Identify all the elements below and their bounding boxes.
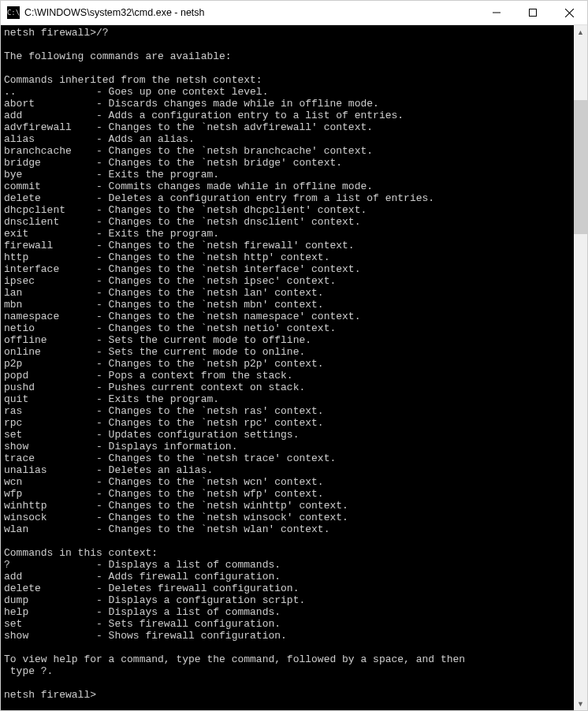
cmd-icon: C:\ [7,6,20,19]
scroll-down-arrow[interactable]: ▼ [574,697,587,710]
scroll-thumb[interactable] [574,100,587,234]
svg-rect-1 [530,9,537,17]
scroll-up-arrow[interactable]: ▲ [574,25,587,39]
minimize-button[interactable] [478,1,515,24]
window-title: C:\WINDOWS\system32\cmd.exe - netsh [24,7,478,18]
window-controls [478,1,587,24]
scrollbar[interactable]: ▲ ▼ [574,25,587,710]
close-button[interactable] [551,1,587,24]
console-output[interactable]: netsh firewall>/? The following commands… [1,25,574,710]
maximize-button[interactable] [515,1,551,24]
console-area: netsh firewall>/? The following commands… [1,25,587,710]
title-bar: C:\ C:\WINDOWS\system32\cmd.exe - netsh [1,1,587,25]
